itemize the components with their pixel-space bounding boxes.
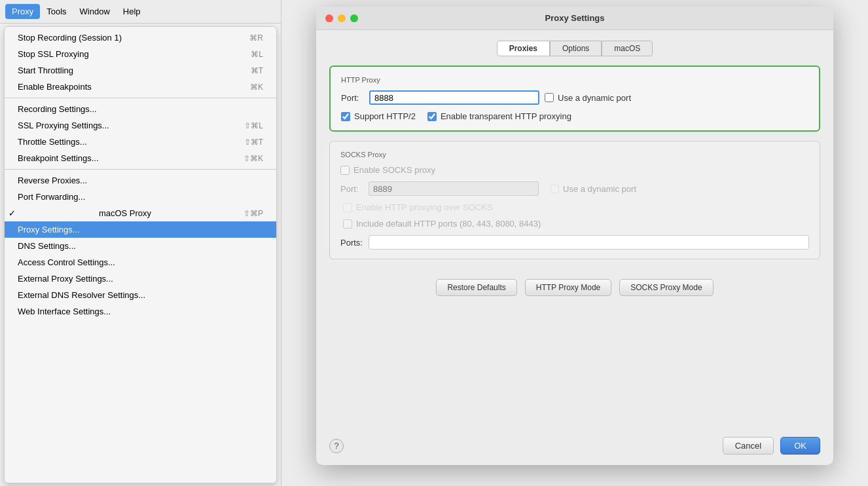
dynamic-port-checkbox[interactable] xyxy=(545,93,554,102)
socks-port-input[interactable] xyxy=(369,181,539,196)
menu-item-web-interface[interactable]: Web Interface Settings... xyxy=(5,303,276,320)
menu-item-shortcut: ⌘R xyxy=(249,33,263,43)
menu-item-label: macOS Proxy xyxy=(99,208,151,218)
menu-bar-proxy[interactable]: Proxy xyxy=(5,4,40,19)
menu-item-ssl-proxying-settings[interactable]: SSL Proxying Settings... ⇧⌘L xyxy=(5,117,276,134)
menu-item-label: Breakpoint Settings... xyxy=(18,153,99,163)
menu-item-breakpoint-settings[interactable]: Breakpoint Settings... ⇧⌘K xyxy=(5,150,276,166)
menu-item-proxy-settings[interactable]: Proxy Settings... xyxy=(5,221,276,238)
socks-dynamic-label: Use a dynamic port xyxy=(563,184,636,194)
http-port-input[interactable] xyxy=(369,90,539,105)
socks-proxy-section: SOCKS Proxy Enable SOCKS proxy Port: Use… xyxy=(329,141,820,259)
transparent-http-row[interactable]: Enable transparent HTTP proxying xyxy=(427,111,571,121)
close-button[interactable] xyxy=(325,14,333,22)
http-proxy-label: HTTP Proxy xyxy=(341,76,808,84)
menu-item-label: Access Control Settings... xyxy=(18,257,115,267)
socks-proxy-label: SOCKS Proxy xyxy=(340,151,809,159)
menu-item-shortcut: ⇧⌘L xyxy=(244,121,263,130)
restore-defaults-button[interactable]: Restore Defaults xyxy=(436,279,516,296)
menu-item-label: SSL Proxying Settings... xyxy=(18,121,109,130)
menu-item-start-throttling[interactable]: Start Throttling ⌘T xyxy=(5,62,276,79)
maximize-button[interactable] xyxy=(350,14,358,22)
support-http2-row[interactable]: Support HTTP/2 xyxy=(341,111,416,121)
transparent-label: Enable transparent HTTP proxying xyxy=(441,111,571,121)
socks-ports-input-row: Ports: xyxy=(340,235,809,250)
menu-item-stop-ssl[interactable]: Stop SSL Proxying ⌘L xyxy=(5,46,276,62)
dialog-panel: Proxy Settings Proxies Options macOS HTT… xyxy=(281,0,868,486)
menu-item-external-proxy[interactable]: External Proxy Settings... xyxy=(5,271,276,287)
menu-item-label: Proxy Settings... xyxy=(18,225,80,234)
menu-item-external-dns[interactable]: External DNS Resolver Settings... xyxy=(5,287,276,303)
default-ports-checkbox[interactable] xyxy=(343,219,352,229)
dynamic-port-label: Use a dynamic port xyxy=(558,93,631,103)
menu-bar-window[interactable]: Window xyxy=(73,4,117,19)
tab-bar: Proxies Options macOS xyxy=(329,41,820,56)
socks-port-label: Port: xyxy=(340,184,363,194)
menu-divider-2 xyxy=(5,169,276,170)
menu-item-shortcut: ⇧⌘P xyxy=(244,209,263,218)
menu-item-shortcut: ⇧⌘K xyxy=(244,154,263,163)
menu-item-label: External Proxy Settings... xyxy=(18,274,113,284)
http-over-socks-row[interactable]: Enable HTTP proxying over SOCKS xyxy=(343,202,493,212)
menu-item-throttle-settings[interactable]: Throttle Settings... ⇧⌘T xyxy=(5,134,276,150)
help-button[interactable]: ? xyxy=(329,439,344,453)
menu-item-label: Stop SSL Proxying xyxy=(18,49,89,59)
support-http2-checkbox[interactable] xyxy=(341,112,350,121)
minimize-button[interactable] xyxy=(338,14,346,22)
menu-item-label: Stop Recording (Session 1) xyxy=(18,33,122,43)
menu-item-stop-recording[interactable]: Stop Recording (Session 1) ⌘R xyxy=(5,29,276,46)
menu-bar-help[interactable]: Help xyxy=(117,4,147,19)
footer-right: Cancel OK xyxy=(723,437,820,455)
menu-item-enable-breakpoints[interactable]: Enable Breakpoints ⌘K xyxy=(5,79,276,95)
default-ports-row: Include default HTTP ports (80, 443, 808… xyxy=(343,219,809,229)
menu-item-dns-settings[interactable]: DNS Settings... xyxy=(5,238,276,254)
menu-item-macos-proxy[interactable]: macOS Proxy ⇧⌘P xyxy=(5,205,276,221)
menu-item-access-control[interactable]: Access Control Settings... xyxy=(5,254,276,271)
menu-item-label: Recording Settings... xyxy=(18,104,97,114)
dialog-title: Proxy Settings xyxy=(545,13,604,23)
dialog-body: Proxies Options macOS HTTP Proxy Port: U… xyxy=(316,30,833,430)
dialog-footer: ? Cancel OK xyxy=(316,430,833,465)
menu-item-reverse-proxies[interactable]: Reverse Proxies... xyxy=(5,172,276,189)
ports-input[interactable] xyxy=(369,235,809,250)
menu-item-shortcut: ⌘L xyxy=(251,50,263,59)
support-http2-label: Support HTTP/2 xyxy=(354,111,416,121)
socks-dynamic-port-checkbox[interactable] xyxy=(551,185,559,193)
menu-item-label: Enable Breakpoints xyxy=(18,82,92,92)
menu-item-label: Port Forwarding... xyxy=(18,192,85,202)
tab-options[interactable]: Options xyxy=(550,41,602,56)
socks-proxy-mode-button[interactable]: SOCKS Proxy Mode xyxy=(619,279,713,296)
socks-port-row: Port: Use a dynamic port xyxy=(340,181,809,196)
menu-bar-tools[interactable]: Tools xyxy=(40,4,73,19)
http-over-socks-label: Enable HTTP proxying over SOCKS xyxy=(356,202,493,212)
proxy-menu-dropdown: Stop Recording (Session 1) ⌘R Stop SSL P… xyxy=(4,26,277,483)
dialog-titlebar: Proxy Settings xyxy=(316,7,833,30)
check-row: Support HTTP/2 Enable transparent HTTP p… xyxy=(341,111,808,121)
ok-button[interactable]: OK xyxy=(780,437,820,455)
menu-item-label: Web Interface Settings... xyxy=(18,307,111,316)
default-ports-checkbox-row[interactable]: Include default HTTP ports (80, 443, 808… xyxy=(343,219,541,229)
menu-divider-1 xyxy=(5,98,276,98)
enable-socks-checkbox[interactable] xyxy=(340,166,350,175)
socks-enable-row: Enable SOCKS proxy xyxy=(340,165,809,175)
ports-label: Ports: xyxy=(340,238,363,248)
menu-item-label: DNS Settings... xyxy=(18,241,76,251)
default-ports-label: Include default HTTP ports (80, 443, 808… xyxy=(356,219,541,229)
traffic-lights xyxy=(325,14,358,22)
menu-item-label: Throttle Settings... xyxy=(18,137,87,147)
http-over-socks-checkbox[interactable] xyxy=(343,203,352,212)
enable-socks-row[interactable]: Enable SOCKS proxy xyxy=(340,165,435,175)
tab-macos[interactable]: macOS xyxy=(602,41,653,56)
tab-proxies[interactable]: Proxies xyxy=(497,41,550,56)
menu-item-recording-settings[interactable]: Recording Settings... xyxy=(5,101,276,117)
cancel-button[interactable]: Cancel xyxy=(723,437,774,455)
transparent-http-checkbox[interactable] xyxy=(427,112,437,121)
http-proxy-mode-button[interactable]: HTTP Proxy Mode xyxy=(525,279,611,296)
menu-item-port-forwarding[interactable]: Port Forwarding... xyxy=(5,189,276,205)
dialog-window: Proxy Settings Proxies Options macOS HTT… xyxy=(316,7,833,465)
menu-item-label: External DNS Resolver Settings... xyxy=(18,290,145,300)
menu-item-label: Reverse Proxies... xyxy=(18,176,87,185)
menu-item-label: Start Throttling xyxy=(18,65,73,75)
dynamic-port-checkbox-row[interactable]: Use a dynamic port xyxy=(545,93,631,103)
http-over-socks-row: Enable HTTP proxying over SOCKS xyxy=(343,202,809,212)
